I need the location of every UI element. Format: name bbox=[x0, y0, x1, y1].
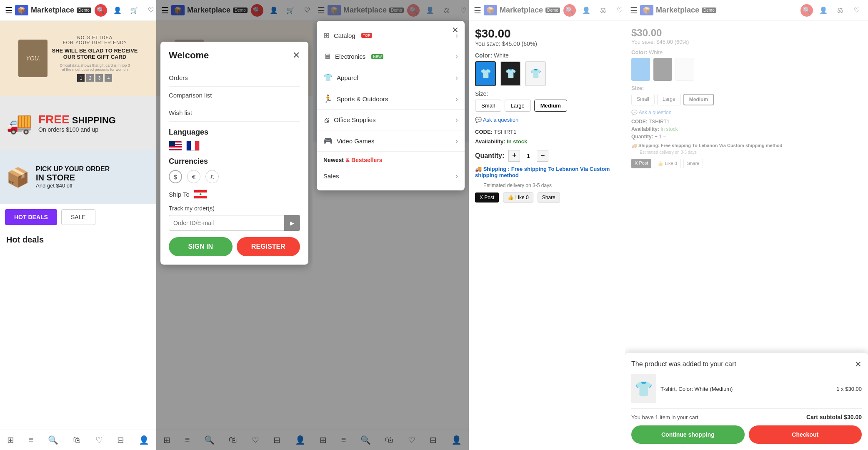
color-blue[interactable]: 👕 bbox=[475, 61, 496, 86]
color-black[interactable]: 👕 bbox=[500, 61, 521, 86]
catalog-item-left-electronics: 🖥 Electronics NEW bbox=[323, 52, 383, 61]
x-post-button[interactable]: X Post bbox=[475, 192, 499, 202]
like-button[interactable]: 👍 Like 0 bbox=[503, 192, 533, 202]
wishlist-link[interactable]: Wish list bbox=[169, 104, 300, 122]
ask-question-link[interactable]: 💬 Ask a question bbox=[475, 117, 619, 123]
cart-subtotal: Cart subtotal $30.00 bbox=[806, 414, 862, 420]
dot-1[interactable]: 1 bbox=[77, 74, 85, 82]
and-bestsellers-text: & Bestsellers bbox=[345, 157, 383, 163]
wishlist-button-5[interactable]: ♡ bbox=[850, 4, 863, 17]
track-order-input-row: ▶ bbox=[169, 215, 300, 231]
search-button-5[interactable]: 🔍 bbox=[800, 4, 813, 17]
gift-card-image: YOU. bbox=[18, 40, 48, 77]
orders-link[interactable]: Orders bbox=[169, 69, 300, 87]
thumbs-up-icon: 👍 bbox=[508, 195, 514, 200]
search-button-4[interactable]: 🔍 bbox=[563, 4, 576, 17]
home-icon[interactable]: ⊞ bbox=[7, 435, 14, 445]
track-order-label: Track my order(s) bbox=[169, 205, 300, 212]
flag-us[interactable] bbox=[169, 141, 182, 151]
cart-bottom-icon[interactable]: 🛍 bbox=[73, 435, 81, 445]
dot-4[interactable]: 4 bbox=[105, 74, 112, 82]
social-buttons: X Post 👍 Like 0 Share bbox=[475, 192, 619, 202]
apparel-arrow: › bbox=[455, 73, 458, 82]
track-order-button[interactable]: ▶ bbox=[284, 215, 300, 231]
panel-1: ☰ 📦 Marketplace Demo 🔍 👤 🛒 ♡ 📋 YOU. NO G… bbox=[0, 0, 156, 450]
menu-icon[interactable]: ≡ bbox=[29, 435, 34, 445]
catalog-item-left-apparel: 👕 Apparel bbox=[323, 73, 358, 82]
sales-arrow: › bbox=[455, 172, 458, 180]
usd-option[interactable]: $ bbox=[169, 170, 182, 183]
account-button[interactable]: 👤 bbox=[111, 4, 124, 17]
compare-button-5[interactable]: ⚖ bbox=[834, 4, 846, 17]
wishlist-bottom-icon[interactable]: ♡ bbox=[95, 435, 103, 445]
catalog-item-electronics[interactable]: 🖥 Electronics NEW › bbox=[317, 46, 465, 67]
flag-fr[interactable] bbox=[186, 141, 200, 151]
size-label: Size: bbox=[475, 90, 619, 97]
qty-increase[interactable]: + bbox=[508, 150, 520, 162]
product-bg-5: $30.00 You save: $45.00 (60%) Color: Whi… bbox=[625, 21, 868, 175]
deals-buttons: HOT DEALS SALE bbox=[0, 204, 156, 230]
catalog-item-left-catalog: ⊞ Catalog TOP bbox=[323, 31, 372, 40]
account-button-5[interactable]: 👤 bbox=[817, 4, 830, 17]
logo-area-5: ☰ 📦 Marketplace Demo bbox=[630, 5, 797, 15]
lebanon-flag[interactable]: 🌲 bbox=[194, 190, 207, 199]
gift-banner: YOU. NO GIFT IDEA FOR YOUR GIRLFRIEND? S… bbox=[0, 21, 156, 96]
continue-shopping-button[interactable]: Continue shopping bbox=[631, 425, 745, 444]
search-icon[interactable]: 🔍 bbox=[48, 435, 58, 445]
account-bottom-icon[interactable]: 👤 bbox=[139, 435, 149, 445]
hot-deals-button[interactable]: HOT DEALS bbox=[5, 209, 57, 225]
qty-value: 1 bbox=[524, 152, 533, 159]
register-button[interactable]: REGISTER bbox=[237, 237, 300, 256]
catalog-item-left-videogames: 🎮 Video Games bbox=[323, 136, 375, 145]
color-white[interactable]: 👕 bbox=[525, 61, 546, 86]
shipping-banner: 🚚 FREE SHIPPING On orders $100 and up bbox=[0, 96, 156, 150]
pickup-box-icon: 📦 bbox=[6, 166, 30, 188]
compare-icon[interactable]: ⊟ bbox=[117, 435, 124, 445]
tshirt-cart-icon: 👕 bbox=[635, 380, 653, 398]
cart-button[interactable]: 🛒 bbox=[128, 4, 140, 17]
sale-button[interactable]: SALE bbox=[61, 209, 95, 225]
demo-badge-4: Demo bbox=[545, 8, 560, 13]
wishlist-button[interactable]: ♡ bbox=[145, 4, 156, 17]
comparison-link[interactable]: Comparison list bbox=[169, 87, 300, 104]
gbp-option[interactable]: £ bbox=[205, 170, 219, 183]
catalog-item-sales[interactable]: Sales › bbox=[317, 166, 465, 186]
catalog-item-sports[interactable]: 🏃 Sports & Outdoors › bbox=[317, 88, 465, 110]
account-button-4[interactable]: 👤 bbox=[580, 4, 593, 17]
sales-label: Sales bbox=[323, 172, 339, 180]
catalog-item-catalog[interactable]: ⊞ Catalog TOP › bbox=[317, 25, 465, 46]
catalog-item-office-supplies[interactable]: 🖨 Office Supplies › bbox=[317, 110, 465, 130]
tshirt-white-icon: 👕 bbox=[530, 68, 541, 79]
modal-close-button[interactable]: ✕ bbox=[293, 50, 300, 61]
size-medium[interactable]: Medium bbox=[534, 100, 567, 112]
share-button[interactable]: Share bbox=[538, 192, 560, 202]
checkout-button[interactable]: Checkout bbox=[749, 425, 862, 444]
search-button[interactable]: 🔍 bbox=[95, 4, 107, 17]
catalog-item-left-sports: 🏃 Sports & Outdoors bbox=[323, 94, 388, 103]
dot-3[interactable]: 3 bbox=[95, 74, 103, 82]
shipping-truck-icon: 🚚 bbox=[6, 111, 32, 135]
logo-area-4: ☰ 📦 Marketplace Demo bbox=[474, 5, 560, 15]
dot-2[interactable]: 2 bbox=[86, 74, 94, 82]
cart-notif-close-button[interactable]: ✕ bbox=[855, 359, 862, 369]
signin-button[interactable]: SIGN IN bbox=[169, 237, 233, 256]
size-small[interactable]: Small bbox=[475, 100, 501, 112]
shipping-big-text: FREE SHIPPING bbox=[38, 113, 116, 126]
wishlist-button-4[interactable]: ♡ bbox=[613, 4, 625, 17]
catalog-close-button[interactable]: ✕ bbox=[452, 25, 459, 35]
size-options: Small Large Medium bbox=[475, 100, 619, 112]
catalog-item-apparel[interactable]: 👕 Apparel › bbox=[317, 67, 465, 88]
compare-button-4[interactable]: ⚖ bbox=[597, 4, 609, 17]
qty-decrease[interactable]: − bbox=[537, 150, 548, 162]
eur-option[interactable]: € bbox=[187, 170, 200, 183]
cart-actions: Continue shopping Checkout bbox=[631, 425, 862, 444]
catalog-item-videogames[interactable]: 🎮 Video Games › bbox=[317, 130, 465, 152]
pickup-text: PICK UP YOUR ORDER IN STORE And get $40 … bbox=[36, 165, 110, 189]
top-nav-5: ☰ 📦 Marketplace Demo 🔍 👤 ⚖ ♡ bbox=[625, 0, 868, 21]
modal-title: Welcome bbox=[169, 50, 209, 61]
size-large[interactable]: Large bbox=[505, 100, 531, 112]
track-order-input[interactable] bbox=[169, 215, 284, 231]
nav-icons-5: 🔍 👤 ⚖ ♡ bbox=[800, 4, 863, 17]
panel-3: ☰ 📦 Marketplace Demo 🔍 👤 ⚖ ♡ 📋 🚚 FREE SH… bbox=[313, 0, 469, 450]
ship-to-label: Ship To bbox=[169, 191, 190, 198]
